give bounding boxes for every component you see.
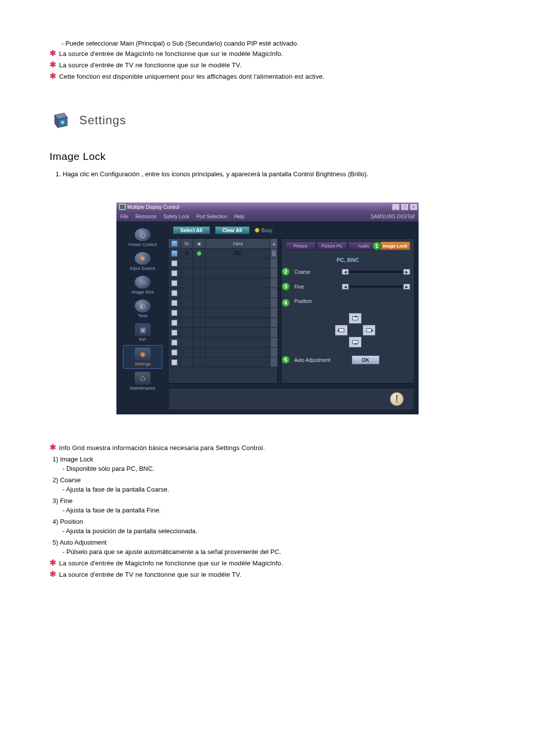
intro-star-line-3: ✱ Cette fonction est disponible uniqueme… bbox=[50, 73, 485, 80]
menu-file[interactable]: File bbox=[120, 214, 128, 219]
asterisk-icon: ✱ bbox=[50, 444, 56, 451]
row-checkbox[interactable] bbox=[171, 290, 177, 296]
sidebar-item-time[interactable]: ◐ Time bbox=[123, 298, 162, 320]
power-icon: ⏻ bbox=[135, 228, 151, 241]
intro-star-line-2: ✱ La source d'entrée de TV ne fonctionne… bbox=[50, 61, 485, 69]
info-grid: ID ◉ Input ▴ 0 PC bbox=[168, 238, 278, 384]
footer-star-2-text: La source d'entrée de TV ne fonctionne q… bbox=[59, 571, 241, 578]
row-checkbox[interactable] bbox=[171, 270, 177, 276]
status-bar: ! bbox=[169, 388, 414, 409]
desc-item-4-title: 4) Position bbox=[53, 518, 485, 525]
callout-5-icon: 5 bbox=[281, 355, 290, 364]
desc-item-3-title: 3) Fine bbox=[53, 497, 485, 504]
tab-audio[interactable]: Audio 1 bbox=[348, 242, 379, 250]
title-bar[interactable]: Multiple Display Control _ □ × bbox=[116, 202, 419, 211]
warning-icon: ! bbox=[390, 392, 404, 406]
menu-remocon[interactable]: Remocon bbox=[135, 214, 157, 219]
desc-item-2-sub: - Ajusta la fase de la pantalla Coarse. bbox=[62, 486, 485, 493]
menu-bar: File Remocon Safety Lock Port Selection … bbox=[116, 211, 419, 221]
grid-header-status[interactable]: ◉ bbox=[193, 239, 206, 248]
section-subtitle: Image Lock bbox=[50, 151, 485, 162]
tab-picture-pc[interactable]: Picture PC bbox=[317, 242, 348, 250]
busy-dot-icon bbox=[255, 228, 260, 233]
row-checkbox[interactable] bbox=[171, 350, 177, 355]
select-all-button[interactable]: Select All bbox=[173, 226, 210, 234]
sidebar-item-settings[interactable]: ◉ Settings bbox=[123, 345, 162, 369]
row-id: 0 bbox=[181, 249, 193, 258]
grid-row[interactable]: 0 PC bbox=[168, 249, 277, 258]
row-checkbox[interactable] bbox=[171, 251, 177, 256]
grid-header-input[interactable]: Input bbox=[206, 239, 270, 248]
row-checkbox[interactable] bbox=[171, 280, 177, 286]
sidebar-label: Maintenance bbox=[130, 386, 156, 391]
image-size-icon: ▭ bbox=[135, 276, 151, 289]
position-left-button[interactable] bbox=[335, 325, 348, 336]
callout-4-icon: 4 bbox=[281, 299, 290, 307]
row-checkbox[interactable] bbox=[171, 320, 177, 326]
row-checkbox[interactable] bbox=[171, 340, 177, 346]
sidebar-item-input-source[interactable]: Input Source bbox=[123, 250, 162, 273]
grid-header-id[interactable]: ID bbox=[181, 239, 193, 248]
row-input: PC bbox=[206, 249, 270, 258]
coarse-label: Coarse bbox=[294, 269, 339, 275]
footer-star-1: ✱ La source d'entrée de MagicInfo ne fon… bbox=[50, 559, 485, 567]
row-checkbox[interactable] bbox=[171, 310, 177, 316]
pip-icon: ▣ bbox=[135, 323, 151, 336]
desc-item-1-sub: - Disponible sólo para PC, BNC. bbox=[62, 465, 485, 472]
auto-adjustment-label: Auto Adjustment bbox=[294, 357, 349, 363]
intro-pip-line: - Puede seleccionar Main (Principal) o S… bbox=[61, 40, 485, 47]
row-checkbox[interactable] bbox=[171, 300, 177, 306]
asterisk-icon: ✱ bbox=[50, 73, 56, 80]
svg-point-4 bbox=[61, 121, 64, 124]
position-up-button[interactable] bbox=[349, 313, 362, 324]
position-right-button[interactable] bbox=[363, 325, 375, 336]
menu-safety[interactable]: Safety Lock bbox=[163, 214, 189, 219]
sidebar-label: Time bbox=[138, 313, 148, 318]
asterisk-icon: ✱ bbox=[50, 559, 56, 566]
close-button[interactable]: × bbox=[410, 203, 418, 210]
sidebar-label: Settings bbox=[135, 361, 151, 366]
coarse-increment-button[interactable]: ▶ bbox=[403, 269, 410, 275]
window-title: Multiple Display Control bbox=[127, 204, 179, 210]
grid-header-check[interactable] bbox=[168, 239, 181, 248]
intro-star-text-3: Cette fonction est disponible uniquement… bbox=[59, 73, 324, 80]
footer-star-2: ✱ La source d'entrée de TV ne fonctionne… bbox=[50, 571, 485, 578]
sidebar-item-image-size[interactable]: ▭ Image Size bbox=[123, 274, 162, 297]
row-checkbox[interactable] bbox=[171, 359, 177, 365]
position-down-button[interactable] bbox=[349, 337, 362, 348]
position-label: Position bbox=[294, 299, 339, 304]
settings-panel: Picture Picture PC Audio 1 Image Lock PC… bbox=[281, 238, 415, 384]
desc-item-3-sub: - Ajusta la fase de la pantalla Fine. bbox=[62, 506, 485, 514]
ok-button[interactable]: OK bbox=[352, 355, 379, 364]
grid-scroll-up[interactable]: ▴ bbox=[270, 239, 277, 248]
sidebar-item-pip[interactable]: ▣ PIP bbox=[123, 321, 162, 344]
minimize-button[interactable]: _ bbox=[392, 203, 400, 210]
maximize-button[interactable]: □ bbox=[401, 203, 409, 210]
fine-slider[interactable] bbox=[350, 286, 402, 288]
row-checkbox[interactable] bbox=[171, 330, 177, 336]
coarse-decrement-button[interactable]: ◀ bbox=[342, 269, 349, 275]
clock-icon: ◐ bbox=[135, 300, 151, 312]
clear-all-button[interactable]: Clear All bbox=[215, 226, 250, 234]
menu-help[interactable]: Help bbox=[234, 214, 244, 219]
coarse-row: 2 Coarse ◀ ▶ bbox=[294, 269, 410, 275]
section-title: Settings bbox=[79, 113, 126, 127]
brand-label: SAMSUNG DIGITall bbox=[371, 214, 415, 219]
fine-decrement-button[interactable]: ◀ bbox=[342, 284, 349, 290]
desc-item-4-sub: - Ajusta la posición de la pantalla sele… bbox=[62, 527, 485, 535]
coarse-slider[interactable] bbox=[350, 271, 402, 273]
info-grid-note: ✱ Info Grid muestra información básica n… bbox=[50, 444, 485, 452]
scrollbar-thumb[interactable] bbox=[271, 250, 276, 257]
sidebar-item-maintenance[interactable]: ♺ Maintenance bbox=[123, 370, 162, 393]
sidebar-item-power[interactable]: ⏻ Power Control bbox=[123, 226, 162, 249]
app-icon bbox=[119, 204, 125, 210]
fine-increment-button[interactable]: ▶ bbox=[403, 284, 410, 290]
tab-picture[interactable]: Picture bbox=[285, 242, 316, 250]
row-checkbox[interactable] bbox=[171, 260, 177, 266]
desc-item-1-title: 1) Image Lock bbox=[53, 455, 485, 463]
menu-port[interactable]: Port Selection bbox=[196, 214, 227, 219]
desc-item-5-title: 5) Auto Adjustment bbox=[53, 539, 485, 546]
intro-star-text-2: La source d'entrée de TV ne fonctionne q… bbox=[59, 61, 241, 69]
tab-image-lock[interactable]: Image Lock bbox=[380, 242, 411, 250]
callout-3-icon: 3 bbox=[281, 282, 290, 291]
